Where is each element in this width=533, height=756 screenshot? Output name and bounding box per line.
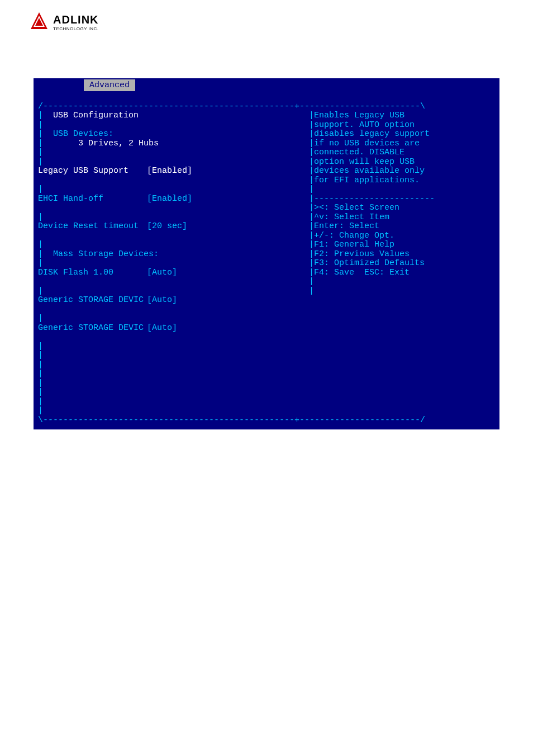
key-help: ^v: Select Item	[314, 212, 389, 222]
setting-device-reset-timeout[interactable]: Device Reset timeout[20 sec]	[38, 222, 309, 231]
logo-header: ADLINK TECHNOLOGY INC.	[0, 0, 533, 56]
bios-screen: Advanced /------------------------------…	[34, 78, 499, 429]
help-line: for EFI applications.	[314, 176, 420, 185]
key-help: F1: General Help	[314, 240, 394, 249]
logo-text: ADLINK	[53, 13, 99, 26]
right-divider: |------------------------	[309, 194, 435, 204]
key-help: +/-: Change Opt.	[314, 231, 394, 240]
help-line: support. AUTO option	[314, 120, 415, 130]
key-help: F3: Optimized Defaults	[314, 258, 425, 268]
key-help: ><: Select Screen	[314, 203, 399, 212]
help-line: Enables Legacy USB	[314, 111, 404, 120]
key-help: Enter: Select	[314, 221, 379, 231]
tab-bar: Advanced	[34, 78, 499, 92]
setting-ehci-handoff[interactable]: EHCI Hand-off[Enabled]	[38, 195, 309, 204]
mass-storage-label: Mass Storage Devices:	[53, 249, 159, 259]
help-line: devices available only	[314, 166, 425, 176]
usb-devices-label: USB Devices:	[53, 129, 113, 139]
help-line: if no USB devices are	[314, 139, 420, 148]
mass-device-1[interactable]: Generic STORAGE DEVIC[Auto]	[38, 296, 309, 305]
adlink-logo-icon	[28, 11, 50, 34]
border-top: /---------------------------------------…	[38, 102, 425, 111]
logo-subtext: TECHNOLOGY INC.	[53, 26, 99, 31]
usb-devices-value: 3 Drives, 2 Hubs	[78, 139, 159, 148]
help-line: option will keep USB	[314, 157, 415, 167]
mass-device-2[interactable]: Generic STORAGE DEVIC[Auto]	[38, 324, 309, 333]
help-line: connected. DISABLE	[314, 148, 404, 157]
border-bottom: \---------------------------------------…	[38, 415, 425, 425]
key-help: F4: Save ESC: Exit	[314, 268, 410, 277]
tab-advanced[interactable]: Advanced	[84, 79, 135, 91]
help-line: disables legacy support	[314, 129, 430, 139]
setting-legacy-usb[interactable]: Legacy USB Support[Enabled]	[38, 167, 309, 176]
mass-device-0[interactable]: DISK Flash 1.00[Auto]	[38, 268, 309, 278]
key-help: F2: Previous Values	[314, 249, 410, 259]
section-title: USB Configuration	[53, 111, 139, 120]
